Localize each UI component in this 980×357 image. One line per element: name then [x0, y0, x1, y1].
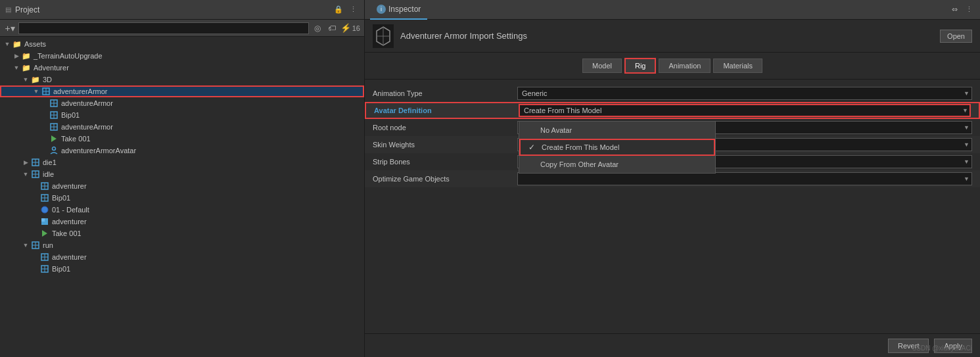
inspector-tab[interactable]: i Inspector	[370, 0, 427, 20]
material-icon-adventurer3	[39, 216, 50, 227]
label-take001: Take 001	[61, 135, 91, 143]
label-01default: 01 - Default	[52, 206, 89, 214]
arrow-adventurerarmor: ▼	[32, 88, 41, 95]
tree-item-take001-2[interactable]: Take 001	[0, 227, 364, 239]
tree-item-adventurearmor2[interactable]: adventureArmor	[0, 121, 364, 133]
svg-rect-28	[41, 218, 45, 222]
project-panel-header-icons: 🔒 ⋮	[333, 4, 359, 16]
project-tree[interactable]: ▼ 📁 Assets ▶ 📁 _TerrainAutoUpgrade ▼ 📁 A…	[0, 37, 364, 357]
dropdown-item-copyfrom[interactable]: Copy From Other Avatar	[519, 156, 715, 173]
prop-value-avatardef: Create From This Model ▼ No Avatar	[519, 104, 971, 117]
tree-item-assets[interactable]: ▼ 📁 Assets	[0, 38, 364, 50]
tree-item-adventurearmor1[interactable]: adventureArmor	[0, 97, 364, 109]
sphere-icon-01default	[39, 204, 50, 215]
label-armoravatar: adventurerArmorAvatar	[61, 147, 136, 155]
label-take001-2: Take 001	[52, 229, 82, 237]
label-bip01-2: Bip01	[52, 194, 70, 202]
folder-icon-adventurer: 📁	[21, 62, 32, 73]
project-panel-header: ▤ Project 🔒 ⋮	[0, 0, 364, 20]
dropdown-label-noavatar: No Avatar	[540, 126, 572, 134]
label-3d: 3D	[43, 76, 52, 83]
inspector-lock-icon[interactable]: ⇔	[948, 4, 960, 16]
lock-icon[interactable]: 🔒	[333, 4, 344, 16]
tag-icon[interactable]: 🏷	[326, 22, 338, 34]
prop-value-optimize: ▼	[517, 172, 972, 185]
asset-thumbnail	[373, 24, 394, 48]
tree-item-armoravatar[interactable]: adventurerArmorAvatar	[0, 145, 364, 156]
tree-item-take001[interactable]: Take 001	[0, 133, 364, 145]
label-die1: die1	[43, 158, 57, 166]
tree-item-adventurerarmor[interactable]: ▼ adventurerArmor	[0, 85, 364, 97]
tab-rig[interactable]: Rig	[624, 58, 657, 74]
properties-area: Animation Type Generic ▼ Avatar Definiti…	[365, 80, 980, 333]
label-adventurer2: adventurer	[52, 182, 87, 190]
avatar-def-value: Create From This Model	[524, 107, 601, 114]
mesh-icon-bip01-2	[39, 193, 50, 203]
prop-label-animtype: Animation Type	[373, 89, 517, 97]
tree-item-bip01-2[interactable]: Bip01	[0, 192, 364, 204]
search-input[interactable]	[18, 22, 309, 34]
prop-label-rootnode: Root node	[373, 124, 517, 131]
mesh-icon-bip01	[49, 110, 59, 120]
open-button[interactable]: Open	[940, 30, 972, 43]
label-child1: adventureArmor	[61, 99, 113, 107]
tree-item-terrain[interactable]: ▶ 📁 _TerrainAutoUpgrade	[0, 50, 364, 62]
anim-icon-take001	[49, 133, 59, 144]
watermark: CSDN @xiaoyaoACi	[912, 345, 972, 352]
tree-item-3d[interactable]: ▼ 📁 3D	[0, 74, 364, 85]
tree-item-bip01[interactable]: Bip01	[0, 109, 364, 121]
prop-row-animtype: Animation Type Generic ▼	[365, 85, 980, 102]
avatar-def-display[interactable]: Create From This Model	[519, 104, 971, 117]
optimize-select[interactable]	[517, 172, 972, 185]
animtype-select[interactable]: Generic	[517, 87, 972, 100]
tabs-row: Model Rig Animation Materials	[365, 53, 980, 80]
add-button[interactable]: +▾	[4, 22, 16, 34]
label-bip01: Bip01	[61, 111, 80, 119]
arrow-run: ▼	[21, 242, 30, 249]
tree-item-adventurer4[interactable]: adventurer	[0, 251, 364, 263]
tree-item-adventurer[interactable]: ▼ 📁 Adventurer	[0, 62, 364, 74]
tree-item-idle[interactable]: ▼ idle	[0, 168, 364, 180]
tree-item-adventurer3[interactable]: adventurer	[0, 216, 364, 227]
prop-value-animtype: Generic ▼	[517, 87, 972, 100]
more-options-icon[interactable]: ⋮	[347, 4, 359, 16]
dropdown-item-createfrom[interactable]: ✓ Create From This Model	[519, 139, 715, 156]
mesh-icon-adventurer2	[39, 181, 50, 191]
tree-item-adventurer2[interactable]: adventurer	[0, 180, 364, 192]
mesh-icon-die1	[30, 157, 41, 168]
tree-item-01default[interactable]: 01 - Default	[0, 204, 364, 216]
dropdown-label-createfrom: Create From This Model	[542, 143, 619, 151]
label-adventurer: Adventurer	[34, 64, 69, 72]
arrow-terrain: ▶	[12, 53, 21, 59]
project-panel-title: Project	[15, 5, 39, 14]
arrow-adventurer: ▼	[12, 64, 21, 71]
dropdown-item-noavatar[interactable]: No Avatar	[519, 122, 715, 139]
prop-label-avatardef: Avatar Definition	[374, 107, 519, 114]
prop-label-optimize: Optimize Game Objects	[373, 175, 517, 183]
arrow-assets: ▼	[3, 41, 12, 47]
asset-title: Adventurer Armor Import Settings	[400, 31, 933, 41]
tab-materials[interactable]: Materials	[713, 59, 762, 73]
mesh-icon-adventurer4	[39, 252, 50, 262]
arrow-idle: ▼	[21, 171, 30, 178]
inspector-tab-label: Inspector	[388, 5, 421, 14]
tree-item-run[interactable]: ▼ run	[0, 239, 364, 251]
tab-animation[interactable]: Animation	[659, 59, 711, 73]
check-copyfrom	[527, 160, 536, 168]
prop-row-avatardef: Avatar Definition Create From This Model…	[365, 102, 980, 119]
prop-label-skinweights: Skin Weights	[373, 141, 517, 149]
tree-item-die1[interactable]: ▶ die1	[0, 156, 364, 168]
label-child2: adventureArmor	[61, 123, 113, 131]
layer-badge: ⚡ 16	[340, 23, 360, 33]
focus-icon[interactable]: ◎	[312, 22, 323, 34]
folder-icon-assets: 📁	[12, 39, 22, 49]
arrow-die1: ▶	[21, 159, 30, 166]
asset-header: Adventurer Armor Import Settings Open	[365, 20, 980, 53]
svg-marker-12	[51, 135, 57, 142]
inspector-more-icon[interactable]: ⋮	[963, 4, 975, 16]
mesh-icon-child1	[49, 98, 59, 108]
tree-item-bip01-3[interactable]: Bip01	[0, 263, 364, 275]
label-assets: Assets	[24, 40, 46, 48]
tab-model[interactable]: Model	[582, 59, 622, 73]
check-noavatar	[527, 126, 536, 134]
